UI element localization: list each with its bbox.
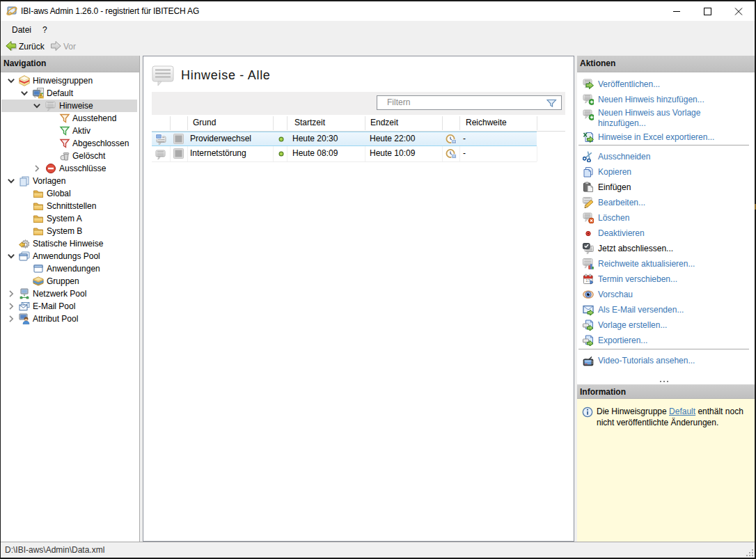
svg-text:17: 17 xyxy=(585,278,590,283)
